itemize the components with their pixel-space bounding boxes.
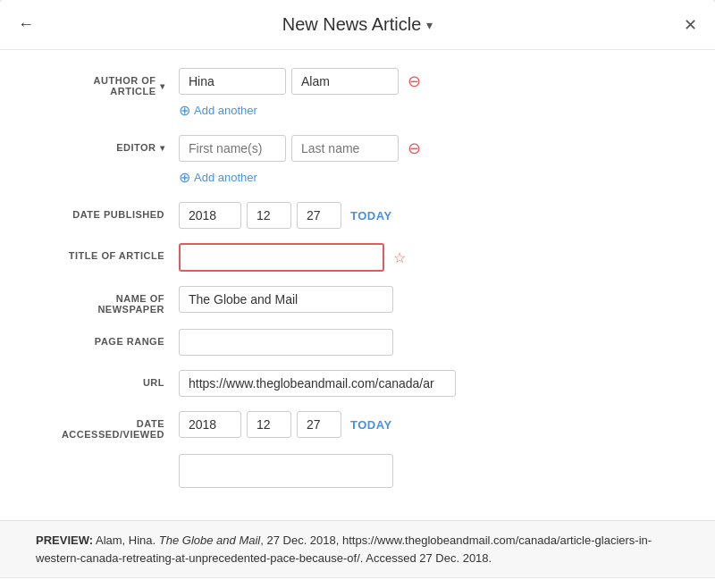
date-published-input-row: TODAY	[179, 202, 679, 229]
add-author-icon: ⊕	[179, 102, 190, 119]
newspaper-controls	[179, 286, 679, 313]
title-of-article-label: TITLE OF ARTICLE	[36, 243, 179, 261]
date-published-controls: TODAY	[179, 202, 679, 229]
title-of-article-row: TITLE OF ARTICLE ☆	[36, 243, 679, 272]
url-input[interactable]	[179, 370, 456, 397]
modal-header: ← New News Article ▾ ✕	[0, 0, 715, 50]
new-news-article-modal: ← New News Article ▾ ✕ AUTHOR OF ARTICLE…	[0, 0, 715, 588]
editor-first-name-input[interactable]	[179, 135, 286, 162]
editor-dropdown-arrow[interactable]: ▾	[160, 143, 165, 153]
date-published-row: DATE PUBLISHED TODAY	[36, 202, 679, 229]
modal-title-text: New News Article	[282, 14, 422, 35]
modal-body: AUTHOR OF ARTICLE ▾ ⊖ ⊕ Add another	[0, 50, 715, 520]
add-editor-icon: ⊕	[179, 169, 190, 186]
editor-row: EDITOR ▾ ⊖ ⊕ Add another	[36, 135, 679, 188]
page-range-label: PAGE RANGE	[36, 329, 179, 347]
date-accessed-controls: TODAY	[179, 411, 679, 438]
page-range-input[interactable]	[179, 329, 393, 356]
date-accessed-month-input[interactable]	[247, 411, 291, 438]
extra-label	[36, 454, 179, 461]
modal-title: New News Article ▾	[282, 14, 433, 35]
add-another-editor-button[interactable]: ⊕ Add another	[179, 167, 679, 188]
preview-bar: PREVIEW: Alam, Hina. The Globe and Mail,…	[0, 520, 715, 577]
author-first-name-input[interactable]	[179, 68, 286, 95]
remove-author-button[interactable]: ⊖	[404, 71, 425, 91]
newspaper-label: NAME OF NEWSPAPER	[36, 286, 179, 315]
title-of-article-controls: ☆	[179, 243, 679, 272]
star-icon: ☆	[390, 249, 409, 266]
date-published-year-input[interactable]	[179, 202, 241, 229]
url-label: URL	[36, 370, 179, 388]
editor-input-row: ⊖	[179, 135, 679, 162]
extra-input[interactable]	[179, 454, 393, 488]
extra-controls	[179, 454, 679, 488]
preview-text-normal-1: Alam, Hina.	[96, 533, 159, 547]
remove-author-icon: ⊖	[408, 71, 421, 91]
page-range-controls	[179, 329, 679, 356]
editor-controls: ⊖ ⊕ Add another	[179, 135, 679, 188]
newspaper-input[interactable]	[179, 286, 393, 313]
newspaper-row: NAME OF NEWSPAPER	[36, 286, 679, 315]
author-dropdown-arrow[interactable]: ▾	[160, 81, 165, 91]
url-controls	[179, 370, 679, 397]
close-button[interactable]: ✕	[680, 12, 701, 38]
date-published-label: DATE PUBLISHED	[36, 202, 179, 220]
date-accessed-label: DATE ACCESSED/VIEWED	[36, 411, 179, 440]
title-input-row: ☆	[179, 243, 679, 272]
date-published-day-input[interactable]	[297, 202, 341, 229]
author-last-name-input[interactable]	[291, 68, 399, 95]
date-accessed-input-row: TODAY	[179, 411, 679, 438]
author-row: AUTHOR OF ARTICLE ▾ ⊖ ⊕ Add another	[36, 68, 679, 121]
extra-row	[36, 454, 679, 488]
editor-label: EDITOR ▾	[36, 135, 179, 153]
page-range-row: PAGE RANGE	[36, 329, 679, 356]
modal-footer: ✓ Save	[0, 577, 715, 588]
title-dropdown-arrow[interactable]: ▾	[426, 18, 433, 32]
title-of-article-input[interactable]	[179, 243, 384, 272]
author-input-row: ⊖	[179, 68, 679, 95]
date-accessed-year-input[interactable]	[179, 411, 241, 438]
author-controls: ⊖ ⊕ Add another	[179, 68, 679, 121]
today-published-button[interactable]: TODAY	[347, 209, 396, 223]
remove-editor-icon: ⊖	[408, 139, 421, 158]
today-accessed-button[interactable]: TODAY	[347, 418, 396, 432]
date-accessed-day-input[interactable]	[297, 411, 341, 438]
date-published-month-input[interactable]	[247, 202, 291, 229]
editor-last-name-input[interactable]	[291, 135, 399, 162]
url-row: URL	[36, 370, 679, 397]
date-accessed-row: DATE ACCESSED/VIEWED TODAY	[36, 411, 679, 440]
preview-text-italic: The Globe and Mail	[159, 533, 260, 547]
remove-editor-button[interactable]: ⊖	[404, 139, 425, 158]
author-label: AUTHOR OF ARTICLE ▾	[36, 68, 179, 97]
add-another-author-button[interactable]: ⊕ Add another	[179, 100, 679, 121]
back-button[interactable]: ←	[14, 12, 38, 38]
preview-label: PREVIEW:	[36, 533, 93, 547]
